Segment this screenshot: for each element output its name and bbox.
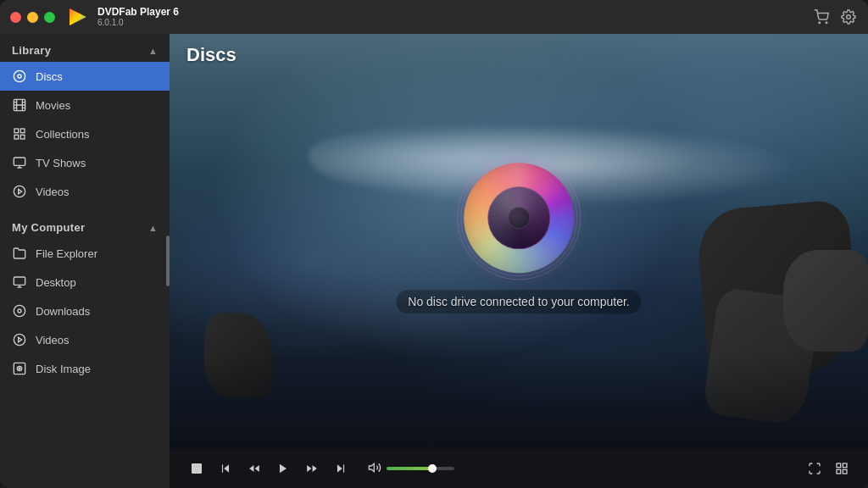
sidebar-item-downloads[interactable]: Downloads [0,297,170,325]
my-computer-section-header: My Computer ▲ [0,211,170,239]
discs-icon [12,69,27,84]
volume-slider[interactable] [387,467,454,470]
sidebar-item-tv-shows[interactable]: TV Shows [0,148,170,177]
next-track-button[interactable] [331,458,351,479]
sidebar-item-disk-image[interactable]: Disk Image [0,354,170,383]
maximize-button[interactable] [44,12,55,23]
svg-rect-46 [837,469,841,474]
downloads-icon [12,303,27,319]
svg-rect-17 [20,135,25,139]
collections-label: Collections [36,128,90,141]
library-section-header: Library ▲ [0,34,170,62]
sidebar-item-desktop[interactable]: Desktop [0,268,170,297]
movies-label: Movies [36,99,70,112]
rewind-button[interactable] [244,458,264,479]
library-section-title: Library [12,44,51,57]
my-computer-chevron-icon[interactable]: ▲ [148,223,158,233]
library-chevron-icon[interactable]: ▲ [148,46,158,56]
volume-thumb [428,464,437,473]
content-area: Discs No disc drive connected t [170,34,868,488]
svg-point-28 [14,334,25,345]
sidebar-item-videos-computer[interactable]: Videos [0,325,170,354]
movies-icon [12,97,27,113]
svg-rect-44 [837,463,841,468]
discs-label: Discs [36,70,63,83]
svg-rect-14 [14,129,19,133]
title-bar: DVDFab Player 6 6.0.1.0 [0,0,868,34]
volume-icon[interactable] [368,461,381,477]
fast-forward-button[interactable] [302,458,322,479]
svg-rect-45 [843,463,847,468]
close-button[interactable] [10,12,21,23]
svg-point-4 [14,70,25,81]
svg-point-5 [18,75,21,78]
disc-visual [464,163,574,273]
app-logo: DVDFab Player 6 6.0.1.0 [65,4,179,30]
desktop-icon [12,274,27,290]
no-disc-message: No disc drive connected to your computer… [396,290,641,313]
svg-rect-42 [343,464,344,472]
grid-view-button[interactable] [832,459,851,478]
svg-marker-36 [249,465,253,472]
videos-library-icon [12,184,27,199]
svg-rect-16 [14,135,19,139]
svg-marker-41 [337,464,342,472]
sidebar-item-movies[interactable]: Movies [0,91,170,119]
svg-marker-39 [313,465,317,472]
svg-point-26 [14,305,25,316]
collections-icon [12,126,27,141]
svg-point-32 [19,368,20,369]
volume-fill [387,467,432,470]
svg-marker-43 [369,463,374,471]
svg-rect-23 [14,277,25,285]
desktop-label: Desktop [36,276,76,289]
traffic-lights [10,12,55,23]
disc-container: No disc drive connected to your computer… [396,163,641,313]
file-explorer-label: File Explorer [36,247,97,260]
sidebar-item-discs[interactable]: Discs [0,62,170,91]
svg-rect-15 [20,129,25,133]
cart-icon[interactable] [812,8,831,26]
app-title-text: DVDFab Player 6 6.0.1.0 [97,6,179,28]
disk-image-label: Disk Image [36,363,91,375]
svg-point-3 [847,15,851,19]
svg-marker-29 [19,337,22,341]
file-explorer-icon [12,246,27,261]
my-computer-section-title: My Computer [12,221,85,234]
svg-rect-33 [192,463,202,474]
svg-rect-35 [222,464,223,472]
app-name: DVDFab Player 6 [97,6,179,18]
title-bar-actions [812,8,858,26]
svg-marker-38 [280,464,287,474]
app-window: DVDFab Player 6 6.0.1.0 [0,0,868,488]
fullscreen-button[interactable] [805,459,824,478]
svg-point-21 [14,186,25,197]
content-header: Discs [186,44,236,66]
svg-point-2 [826,22,827,24]
settings-icon[interactable] [839,8,858,26]
stop-button[interactable] [186,458,207,479]
svg-marker-37 [255,465,259,472]
svg-point-27 [18,309,21,313]
main-area: Library ▲ Discs [0,34,868,488]
content-title: Discs [186,44,236,65]
prev-track-button[interactable] [215,458,236,479]
svg-marker-0 [70,8,86,25]
volume-section [368,461,454,477]
sidebar-item-collections[interactable]: Collections [0,119,170,148]
videos-computer-label: Videos [36,334,70,347]
sidebar-item-videos-library[interactable]: Videos [0,177,170,206]
svg-marker-40 [307,465,311,472]
minimize-button[interactable] [27,12,38,23]
svg-marker-34 [224,464,229,472]
playback-bar [170,449,868,488]
app-version: 6.0.1.0 [97,18,179,28]
svg-rect-18 [14,158,25,165]
play-button[interactable] [273,458,293,479]
videos-computer-icon [12,332,27,347]
sidebar-item-file-explorer[interactable]: File Explorer [0,239,170,268]
tv-shows-icon [12,155,27,170]
disk-image-icon [12,361,27,376]
downloads-label: Downloads [36,305,90,318]
svg-marker-22 [19,189,22,193]
